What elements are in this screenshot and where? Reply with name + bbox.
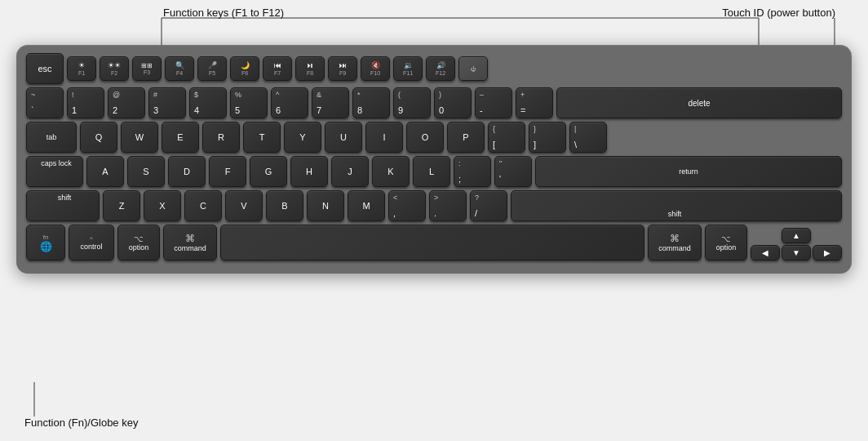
key-f6[interactable]: 🌙 F6 [230, 56, 259, 81]
key-shift-left[interactable]: shift [26, 190, 100, 221]
key-y[interactable]: Y [284, 122, 321, 153]
key-f9[interactable]: ⏭ F9 [328, 56, 357, 81]
key-s[interactable]: S [127, 156, 165, 187]
key-c[interactable]: C [184, 190, 222, 221]
key-j[interactable]: J [331, 156, 369, 187]
key-touch-id[interactable]: ⏻ [458, 56, 488, 81]
key-fn-globe[interactable]: fn 🌐 [26, 225, 65, 261]
key-d[interactable]: D [168, 156, 206, 187]
key-slash[interactable]: ?/ [470, 190, 507, 221]
key-o[interactable]: O [406, 122, 444, 153]
key-b[interactable]: B [266, 190, 303, 221]
key-z[interactable]: Z [103, 190, 140, 221]
key-equals[interactable]: + = [516, 87, 553, 118]
home-row: caps lock A S D F G H J K L :; "' return [26, 156, 842, 187]
key-command-left[interactable]: ⌘ command [163, 225, 217, 261]
key-6[interactable]: ^ 6 [271, 87, 308, 118]
fn-globe-label: Function (Fn)/Globe key [24, 416, 138, 429]
key-backslash[interactable]: |\ [569, 122, 607, 153]
key-f[interactable]: F [209, 156, 246, 187]
key-3[interactable]: # 3 [148, 87, 186, 118]
key-1[interactable]: ! 1 [67, 87, 104, 118]
function-keys-label: Function keys (F1 to F12) [163, 7, 284, 19]
key-m[interactable]: M [348, 190, 385, 221]
key-control[interactable]: ^ control [69, 225, 114, 261]
touch-id-label: Touch ID (power button) [722, 7, 835, 19]
key-a[interactable]: A [86, 156, 124, 187]
key-i[interactable]: I [365, 122, 403, 153]
key-8[interactable]: * 8 [352, 87, 390, 118]
key-f5[interactable]: 🎤 F5 [197, 56, 227, 81]
key-backtick[interactable]: ~ ` [26, 87, 64, 118]
key-lbracket[interactable]: {[ [488, 122, 525, 153]
key-arrow-down[interactable]: ▼ [782, 245, 811, 261]
number-row: ~ ` ! 1 @ 2 # 3 $ 4 % 5 ^ 6 & 7 [26, 87, 842, 118]
arrow-bottom-row: ◀ ▼ ▶ [751, 245, 842, 261]
key-h[interactable]: H [290, 156, 328, 187]
key-4[interactable]: $ 4 [189, 87, 227, 118]
key-2[interactable]: @ 2 [108, 87, 145, 118]
key-r[interactable]: R [202, 122, 240, 153]
arrow-cluster: ▲ ◀ ▼ ▶ [751, 228, 842, 261]
key-esc[interactable]: esc [26, 53, 64, 84]
key-7[interactable]: & 7 [312, 87, 349, 118]
key-x[interactable]: X [144, 190, 181, 221]
key-k[interactable]: K [372, 156, 410, 187]
key-f1[interactable]: ☀ F1 [67, 56, 96, 81]
key-t[interactable]: T [243, 122, 281, 153]
keyboard: esc ☀ F1 ☀☀ F2 ⊞⊞ F3 🔍 F4 🎤 F5 🌙 F6 ⏮ F7 [16, 45, 852, 274]
key-f11[interactable]: 🔉 F11 [393, 56, 423, 81]
key-delete[interactable]: delete [556, 87, 842, 118]
key-arrow-left[interactable]: ◀ [751, 245, 780, 261]
key-arrow-right[interactable]: ▶ [813, 245, 842, 261]
key-option-left[interactable]: ⌥ option [117, 225, 160, 261]
key-semicolon[interactable]: :; [454, 156, 491, 187]
key-w[interactable]: W [121, 122, 158, 153]
qwerty-row: tab Q W E R T Y U I O P {[ }] |\ [26, 122, 842, 153]
shift-row: shift Z X C V B N M <, >. ?/ shift [26, 190, 842, 221]
key-p[interactable]: P [447, 122, 485, 153]
key-v[interactable]: V [225, 190, 263, 221]
key-f10[interactable]: 🔇 F10 [361, 56, 390, 81]
key-quote[interactable]: "' [494, 156, 532, 187]
key-space[interactable] [220, 225, 644, 261]
key-period[interactable]: >. [429, 190, 467, 221]
key-command-right[interactable]: ⌘ command [648, 225, 702, 261]
key-f4[interactable]: 🔍 F4 [165, 56, 194, 81]
key-caps-lock[interactable]: caps lock [26, 156, 83, 187]
key-f3[interactable]: ⊞⊞ F3 [132, 56, 162, 81]
key-5[interactable]: % 5 [230, 87, 268, 118]
key-comma[interactable]: <, [388, 190, 426, 221]
key-u[interactable]: U [325, 122, 362, 153]
key-e[interactable]: E [162, 122, 199, 153]
key-f8[interactable]: ⏯ F8 [295, 56, 325, 81]
key-tab[interactable]: tab [26, 122, 77, 153]
key-g[interactable]: G [250, 156, 287, 187]
key-minus[interactable]: – - [475, 87, 512, 118]
key-n[interactable]: N [307, 190, 344, 221]
key-f7[interactable]: ⏮ F7 [263, 56, 292, 81]
bottom-row: fn 🌐 ^ control ⌥ option ⌘ command ⌘ comm… [26, 225, 842, 261]
key-return[interactable]: return [535, 156, 842, 187]
key-l[interactable]: L [413, 156, 450, 187]
key-f12[interactable]: 🔊 F12 [426, 56, 455, 81]
key-f2[interactable]: ☀☀ F2 [100, 56, 129, 81]
key-arrow-up[interactable]: ▲ [782, 228, 811, 243]
key-option-right[interactable]: ⌥ option [705, 225, 747, 261]
key-rbracket[interactable]: }] [529, 122, 566, 153]
arrow-top-row: ▲ [751, 228, 842, 243]
key-0[interactable]: ) 0 [434, 87, 472, 118]
key-q[interactable]: Q [80, 122, 117, 153]
key-shift-right[interactable]: shift [511, 190, 842, 221]
key-9[interactable]: ( 9 [393, 87, 431, 118]
function-row: esc ☀ F1 ☀☀ F2 ⊞⊞ F3 🔍 F4 🎤 F5 🌙 F6 ⏮ F7 [26, 53, 842, 84]
